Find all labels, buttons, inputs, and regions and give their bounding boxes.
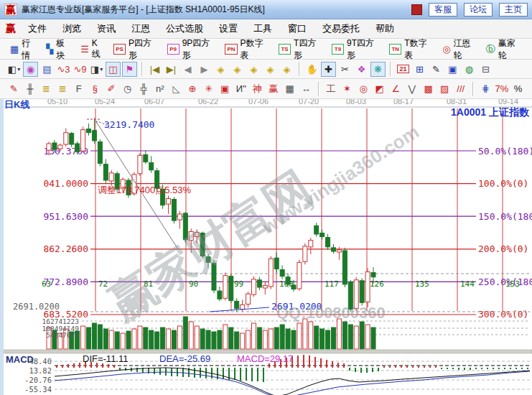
grid-pen-icon[interactable]: ▨ bbox=[437, 81, 452, 96]
cut-icon[interactable]: ✂ bbox=[337, 62, 353, 77]
zoom-horizontal-icon[interactable]: ◈ bbox=[246, 62, 261, 77]
n-square-icon[interactable]: n² bbox=[152, 81, 167, 96]
percent-icon[interactable]: % bbox=[510, 81, 526, 96]
tool-sectors[interactable]: ▚板块 bbox=[42, 37, 76, 62]
date-label: 08-17 bbox=[393, 99, 414, 106]
gold-grid-2-icon[interactable]: ≣ bbox=[55, 81, 70, 96]
tool-p-number-table[interactable]: PNP数字表 bbox=[220, 37, 274, 62]
calculator-icon[interactable]: ⊞ bbox=[412, 62, 427, 77]
dif-value: DIF=-11.11 bbox=[83, 353, 128, 364]
parallel-lines-icon[interactable]: /// bbox=[453, 81, 468, 96]
menu-browse[interactable]: 浏览 bbox=[55, 22, 89, 35]
menu-settings[interactable]: 设置 bbox=[211, 22, 246, 35]
ray-fan-icon[interactable]: ✶ bbox=[340, 81, 355, 96]
save-icon[interactable]: ▣ bbox=[445, 62, 460, 77]
notes-icon[interactable]: ✎ bbox=[429, 62, 444, 77]
fan-box-icon[interactable]: ◩ bbox=[372, 81, 387, 96]
tool-9t-square[interactable]: T99T四方形 bbox=[327, 37, 385, 62]
pct-change-icon[interactable]: 7% bbox=[495, 81, 510, 96]
zoom-all-icon[interactable]: ◈ bbox=[263, 62, 278, 77]
chart-globe-icon[interactable]: ◍ bbox=[462, 62, 477, 77]
maze-tool-icon[interactable]: ❋ bbox=[370, 62, 386, 77]
win-tool-icon[interactable]: 赢 bbox=[266, 81, 281, 96]
level-percent-label: 300.0%(0) bbox=[478, 309, 528, 320]
titlebar[interactable]: 赢 赢家江恩专业版[赢家服务平台] - [上证指数 SH1A0001-95日K线… bbox=[0, 0, 532, 19]
sectors-icon: ▚ bbox=[46, 45, 53, 55]
period-day-icon[interactable]: ◧▾ bbox=[6, 62, 22, 77]
grid-tool-icon[interactable]: ╬ bbox=[136, 81, 151, 96]
hand-icon[interactable]: ✋ bbox=[304, 62, 319, 77]
grid-box-icon[interactable]: ▦ bbox=[282, 81, 297, 96]
pc-export-icon[interactable]: ⊟ bbox=[478, 62, 493, 77]
f-grid-icon[interactable]: F bbox=[71, 81, 86, 96]
zoom-left-icon[interactable]: ◈ bbox=[213, 62, 228, 77]
circle-box-icon[interactable]: ◎ bbox=[356, 81, 371, 96]
kline-chart-svg[interactable]: 05-1005-2406-0706-2207-0607-2008-0308-17… bbox=[0, 99, 532, 395]
t-number-table-label: T数字表 bbox=[404, 37, 434, 62]
menu-file[interactable]: 文件 bbox=[20, 22, 55, 35]
period-label: 日K线 bbox=[4, 99, 29, 110]
draw-pen-icon[interactable]: ✎ bbox=[6, 81, 22, 96]
menu-gann[interactable]: 江恩 bbox=[123, 22, 158, 35]
calendar-icon[interactable]: 21 bbox=[396, 62, 411, 77]
flag-icon[interactable]: ⚑ bbox=[122, 62, 137, 77]
menu-news[interactable]: 资讯 bbox=[89, 22, 123, 35]
menu-formula-stock-pick[interactable]: 公式选股 bbox=[158, 22, 211, 35]
tool-kline[interactable]: ☰K线 bbox=[76, 38, 109, 60]
fan-tool-icon[interactable]: ◺ bbox=[169, 81, 184, 96]
zoom-right-icon[interactable]: ◈ bbox=[230, 62, 245, 77]
service-button[interactable]: 客服 bbox=[429, 3, 457, 17]
menu-tools[interactable]: 工具 bbox=[246, 22, 280, 35]
9p-square-label: 9P四方形 bbox=[182, 37, 217, 62]
coil-icon[interactable]: § bbox=[88, 81, 103, 96]
child-window-icon: 赢 bbox=[6, 22, 16, 35]
gann-box-icon[interactable]: 工 bbox=[324, 81, 339, 96]
date-label: 06-07 bbox=[144, 99, 164, 106]
window-frame-strip bbox=[0, 99, 4, 395]
crosshair-icon[interactable]: ✚ bbox=[321, 62, 336, 77]
menu-window[interactable]: 窗口 bbox=[280, 22, 314, 35]
tool-quotes[interactable]: ▦行情 bbox=[6, 37, 42, 62]
first-page-icon[interactable]: |◀ bbox=[147, 62, 162, 77]
price-ruler-icon[interactable]: ⋕ bbox=[478, 81, 493, 96]
wave-3-icon[interactable]: ∿3 bbox=[56, 62, 71, 77]
chart-area[interactable]: 05-1005-2406-0706-2207-0607-2008-0308-17… bbox=[0, 99, 532, 395]
square-spiral-icon[interactable]: ▣ bbox=[218, 81, 233, 96]
n-quotes-icon[interactable]: И" bbox=[234, 81, 249, 96]
forum-button[interactable]: 论坛 bbox=[464, 3, 493, 17]
tool-gann-wheel[interactable]: ◎江恩轮 bbox=[438, 37, 482, 62]
dense-grid-icon[interactable]: ▩ bbox=[421, 81, 436, 96]
tool-p-square[interactable]: PSP四方形 bbox=[109, 37, 163, 62]
next-icon[interactable]: ▶ bbox=[197, 62, 212, 77]
target-icon[interactable]: ⊕ bbox=[185, 81, 200, 96]
tool-winner-wheel[interactable]: ⓑ赢家轮 bbox=[482, 37, 526, 62]
stock-box-icon[interactable]: ◫ bbox=[106, 62, 121, 77]
prev-icon[interactable]: ◀ bbox=[180, 62, 195, 77]
pen-grid-icon[interactable]: ✐ bbox=[104, 81, 119, 96]
menu-trade[interactable]: 交易委托 bbox=[314, 22, 368, 35]
home-button[interactable]: 主页 bbox=[499, 3, 528, 17]
candle-style-icon[interactable]: ◨▾ bbox=[89, 62, 104, 77]
tool-t-square[interactable]: TST四方形 bbox=[274, 37, 327, 62]
last-page-icon[interactable]: ▶| bbox=[164, 62, 179, 77]
report-icon[interactable]: ▤ bbox=[39, 62, 55, 77]
p-number-table-label: P数字表 bbox=[241, 37, 270, 62]
window-title: 赢家江恩专业版[赢家服务平台] - [上证指数 SH1A0001-95日K线] bbox=[22, 4, 265, 16]
time-circle-icon[interactable]: ◷ bbox=[120, 81, 135, 96]
menu-help[interactable]: 帮助 bbox=[368, 22, 402, 35]
gold-grid-1-icon[interactable]: ≣ bbox=[39, 81, 54, 96]
gann-grid-icon[interactable]: ╫ bbox=[23, 81, 38, 96]
angle-lines-icon[interactable]: ∠ bbox=[388, 81, 403, 96]
tool-9p-square[interactable]: P99P四方形 bbox=[163, 37, 221, 62]
tool-t-number-table[interactable]: TNT数字表 bbox=[385, 37, 438, 62]
h-measure-icon[interactable]: ↔ bbox=[299, 81, 314, 96]
titlebar-red-icon[interactable] bbox=[411, 4, 422, 15]
gann-face-icon[interactable]: ◉ bbox=[23, 62, 38, 77]
wave-9-icon[interactable]: ∿9 bbox=[73, 62, 88, 77]
starburst-icon[interactable]: ✳ bbox=[201, 81, 216, 96]
zoom-fit-icon[interactable]: ◈ bbox=[279, 62, 294, 77]
magenta-tool-icon[interactable]: ❖ bbox=[354, 62, 369, 77]
shen-tool-icon[interactable]: 神 bbox=[250, 81, 265, 96]
kline-label: K线 bbox=[92, 38, 105, 60]
check-lines-icon[interactable]: ⋁ bbox=[405, 81, 420, 96]
